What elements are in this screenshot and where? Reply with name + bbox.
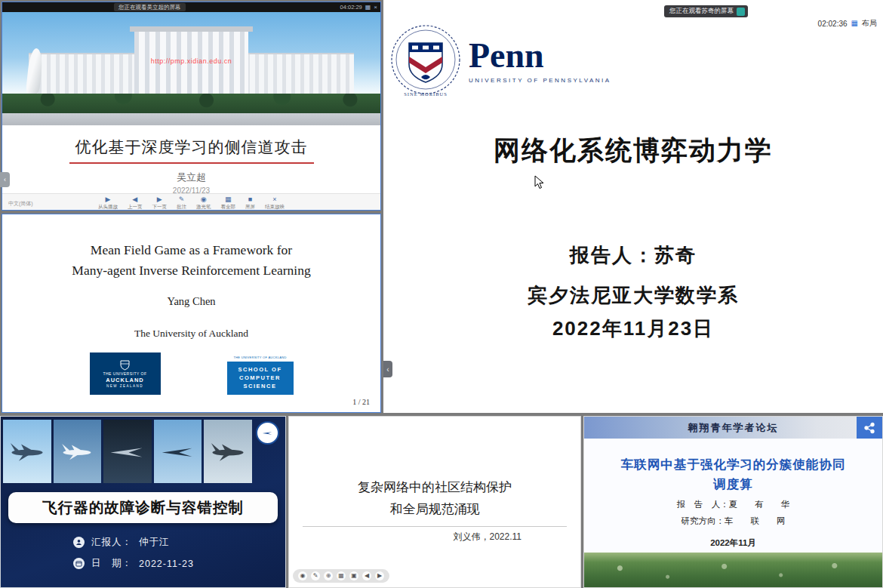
screen-share-main-suqi[interactable]: 您正在观看苏奇的屏幕 02:02:36 ▦ 布局 SINE MORIBUS <box>383 0 883 413</box>
penn-shield-icon: SINE MORIBUS <box>389 21 463 101</box>
layout-grid-icon[interactable]: ▦ <box>365 5 371 11</box>
slide-affiliation: The University of Auckland <box>2 328 380 340</box>
aircraft-photo-2 <box>54 420 102 483</box>
prev-icon[interactable]: ◀ <box>362 571 371 580</box>
scs-logo-header: THE UNIVERSITY OF AUCKLAND <box>227 352 294 362</box>
airplane-icon <box>58 439 96 464</box>
screen-share-tile-liuyiwei[interactable]: 复杂网络中的社区结构保护 和全局规范涌现 刘义伟，2022.11 ◉ ✎ ⊕ ▦… <box>288 416 581 588</box>
scs-text-3: SCIENCE <box>244 383 277 391</box>
scs-text-2: COMPUTER <box>239 374 281 383</box>
scs-logo-body: SCHOOL OF COMPUTER SCIENCE <box>227 362 294 395</box>
calendar-icon <box>73 558 85 569</box>
penn-logo: SINE MORIBUS Penn UNIVERSITY OF PENNSYLV… <box>389 21 611 101</box>
page-number: 1 / 21 <box>352 398 370 406</box>
tool-label: 下一页 <box>152 205 168 210</box>
watching-banner: 您正在观看吴立超的屏幕 <box>114 3 186 11</box>
fighter-jet-icon <box>107 438 148 465</box>
overview-button[interactable]: ▦ 看全部 <box>221 196 236 210</box>
laser-icon[interactable]: ◉ <box>298 571 307 580</box>
next-page-button[interactable]: ▶ 下一页 <box>152 196 168 210</box>
campus-aerial-photo <box>584 553 882 587</box>
uoa-crest-icon <box>120 360 130 371</box>
prev-page-button[interactable]: ◀ 上一页 <box>128 196 143 210</box>
tool-label: 黑屏 <box>245 205 255 210</box>
slide-title: 复杂网络中的社区结构保护 和全局规范涌现 <box>289 477 580 521</box>
uoa-text-3: NEW ZEALAND <box>106 384 143 388</box>
university-of-auckland-logo: THE UNIVERSITY OF AUCKLAND NEW ZEALAND <box>90 352 161 395</box>
black-screen-button[interactable]: ■ 黑屏 <box>245 196 255 210</box>
mouse-cursor <box>534 175 544 189</box>
ground <box>2 113 380 125</box>
speaker-name: 夏 有 华 <box>729 500 790 509</box>
slide-affiliation: 宾夕法尼亚大学数学系 <box>383 282 883 309</box>
uoa-text-1: THE UNIVERSITY OF <box>103 371 146 376</box>
zoom-icon[interactable]: ⊕ <box>324 571 333 580</box>
title-line-1: 复杂网络中的社区结构保护 <box>289 477 580 499</box>
banner-badge-icon[interactable] <box>737 8 745 16</box>
date-value: 2022-11-23 <box>139 559 194 569</box>
title-line-2: Many-agent Inverse Reinforcement Learnin… <box>2 260 380 281</box>
end-show-button[interactable]: × 结束放映 <box>265 196 285 210</box>
next-icon[interactable]: ▶ <box>375 571 384 580</box>
person-icon <box>73 537 85 548</box>
presenter-label: 汇报人： <box>91 536 132 549</box>
date-row: 日 期： 2022-11-23 <box>73 557 194 570</box>
screen-icon[interactable]: ▣ <box>349 571 358 580</box>
meeting-topbar: 您正在观看吴立超的屏幕 04:02:29 ▦ × <box>2 2 380 12</box>
watching-banner-text: 您正在观看吴立超的屏幕 <box>118 3 181 11</box>
speaker-label: 报 告 人： <box>677 500 729 509</box>
panel-collapse-tab[interactable]: ‹ <box>383 361 392 377</box>
trees <box>2 94 380 113</box>
laser-pointer-button[interactable]: ◉ 激光笔 <box>196 196 211 210</box>
field-value: 车 联 网 <box>725 516 786 525</box>
presenter-row: 汇报人： 仲于江 <box>73 536 194 549</box>
slide-speaker: 报告人：苏奇 <box>383 242 883 269</box>
end-icon: × <box>272 196 276 203</box>
slide-title-banner: 飞行器的故障诊断与容错控制 <box>8 492 278 523</box>
title-line-2: 和全局规范涌现 <box>289 499 580 521</box>
screen-share-tile-zhongyujiang[interactable]: 飞行器的故障诊断与容错控制 汇报人： 仲于江 日 期： 2022-11-23 <box>0 416 286 588</box>
tool-label: 结束放映 <box>265 205 285 210</box>
topbar-controls: 02:02:36 ▦ 布局 <box>818 18 877 29</box>
meeting-timer: 02:02:36 <box>818 20 848 28</box>
play-from-start-button[interactable]: ▶ 从头播放 <box>98 196 118 210</box>
screen-share-tile-xiayouhua[interactable]: 翱翔青年学者论坛 车联网中基于强化学习的分簇使能协同 调度算 报 告 人：夏 有… <box>583 416 883 588</box>
watching-banner-text: 您正在观看苏奇的屏幕 <box>669 7 734 16</box>
slide-meta: 汇报人： 仲于江 日 期： 2022-11-23 <box>73 536 194 570</box>
field-row: 研究方向：车 联 网 <box>584 513 882 530</box>
annotate-button[interactable]: ✎ 批注 <box>177 196 186 210</box>
screen-share-tile-yangchen[interactable]: Mean Field Game as a Framework for Many-… <box>2 214 381 413</box>
tool-label: 上一页 <box>128 205 143 210</box>
layout-grid-icon[interactable]: ▦ <box>851 20 858 27</box>
slide-presenter: 吴立超 <box>2 171 380 184</box>
topbar-controls: 04:02:29 ▦ × <box>340 3 377 11</box>
slide-date: 2022年11月23日 <box>383 316 883 342</box>
aircraft-photo-4 <box>154 420 202 483</box>
slide-title: 车联网中基于强化学习的分簇使能协同 调度算 <box>584 454 882 494</box>
slide-title: 优化基于深度学习的侧信道攻击 <box>69 137 314 164</box>
laser-icon: ◉ <box>201 196 207 203</box>
pen-icon[interactable]: ✎ <box>311 571 320 580</box>
slide-meta: 报 告 人：夏 有 华 研究方向：车 联 网 <box>584 497 882 530</box>
grid-icon[interactable]: ▦ <box>337 571 346 580</box>
tool-label: 从头播放 <box>98 205 118 210</box>
sidebar-collapse-tab[interactable]: ‹ <box>0 172 10 187</box>
title-line-1: Mean Field Game as a Framework for <box>2 240 380 260</box>
slide-date: 2022年11月 <box>584 537 882 549</box>
share-button[interactable] <box>857 417 882 439</box>
screen-share-tile-wulichao[interactable]: 您正在观看吴立超的屏幕 04:02:29 ▦ × http://pmp.xidi… <box>2 2 381 211</box>
title-line-2: 调度算 <box>584 474 882 494</box>
aircraft-photo-3 <box>103 420 152 483</box>
slide-title: Mean Field Game as a Framework for Many-… <box>2 240 380 281</box>
prev-icon: ◀ <box>132 196 137 203</box>
layout-button-label[interactable]: 布局 <box>862 18 877 29</box>
grid-icon: ▦ <box>225 196 232 203</box>
penn-motto: SINE MORIBUS <box>404 91 448 97</box>
field-label: 研究方向： <box>681 516 725 525</box>
blackscreen-icon: ■ <box>248 196 252 203</box>
exit-fullscreen-icon[interactable]: × <box>374 5 377 11</box>
slide-author: Yang Chen <box>2 295 380 308</box>
title-line-1: 车联网中基于强化学习的分簇使能协同 <box>584 454 882 474</box>
watching-banner: 您正在观看苏奇的屏幕 <box>664 5 748 17</box>
presentation-toolbar: 中文(简体) ▶ 从头播放 ◀ 上一页 ▶ 下一页 ✎ 批注 ◉ 激光笔 <box>2 193 380 211</box>
